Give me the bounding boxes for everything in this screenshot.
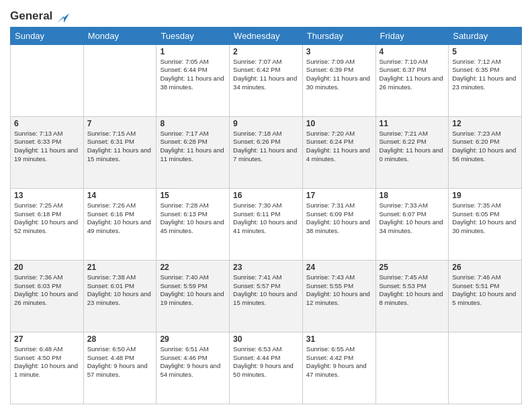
week-row-2: 13Sunrise: 7:25 AM Sunset: 6:18 PM Dayli… xyxy=(11,188,522,260)
day-number: 2 xyxy=(233,47,299,56)
day-number: 26 xyxy=(452,263,518,272)
calendar-cell: 7Sunrise: 7:15 AM Sunset: 6:31 PM Daylig… xyxy=(83,116,157,188)
day-info: Sunrise: 7:25 AM Sunset: 6:18 PM Dayligh… xyxy=(14,201,80,236)
day-number: 19 xyxy=(452,191,518,200)
calendar-cell: 26Sunrise: 7:46 AM Sunset: 5:51 PM Dayli… xyxy=(449,260,522,332)
logo-bird-icon xyxy=(57,8,69,23)
day-number: 20 xyxy=(14,263,80,272)
calendar-cell: 27Sunrise: 6:48 AM Sunset: 4:50 PM Dayli… xyxy=(11,332,84,404)
logo: General xyxy=(10,9,69,21)
day-info: Sunrise: 6:55 AM Sunset: 4:42 PM Dayligh… xyxy=(306,345,372,379)
calendar-cell: 15Sunrise: 7:28 AM Sunset: 6:13 PM Dayli… xyxy=(157,188,230,260)
day-info: Sunrise: 7:45 AM Sunset: 5:53 PM Dayligh… xyxy=(380,273,445,308)
day-number: 13 xyxy=(14,191,80,200)
day-number: 4 xyxy=(380,47,445,56)
calendar-table: SundayMondayTuesdayWednesdayThursdayFrid… xyxy=(10,27,522,404)
day-info: Sunrise: 7:28 AM Sunset: 6:13 PM Dayligh… xyxy=(160,201,226,236)
day-number: 9 xyxy=(233,119,299,128)
day-number: 14 xyxy=(87,191,153,200)
day-number: 8 xyxy=(160,119,226,128)
calendar-cell xyxy=(375,332,449,404)
weekday-header-monday: Monday xyxy=(83,27,157,44)
day-info: Sunrise: 6:51 AM Sunset: 4:46 PM Dayligh… xyxy=(160,345,226,379)
day-number: 29 xyxy=(160,334,226,344)
calendar-cell: 18Sunrise: 7:33 AM Sunset: 6:07 PM Dayli… xyxy=(375,188,449,260)
day-info: Sunrise: 7:15 AM Sunset: 6:31 PM Dayligh… xyxy=(87,130,153,164)
day-number: 3 xyxy=(306,47,372,56)
calendar-cell: 14Sunrise: 7:26 AM Sunset: 6:16 PM Dayli… xyxy=(83,188,157,260)
day-info: Sunrise: 7:17 AM Sunset: 6:28 PM Dayligh… xyxy=(160,130,226,164)
day-number: 22 xyxy=(160,263,226,272)
calendar-cell: 17Sunrise: 7:31 AM Sunset: 6:09 PM Dayli… xyxy=(302,188,375,260)
day-number: 24 xyxy=(306,263,372,272)
calendar-cell: 4Sunrise: 7:10 AM Sunset: 6:37 PM Daylig… xyxy=(375,44,449,116)
calendar-cell: 8Sunrise: 7:17 AM Sunset: 6:28 PM Daylig… xyxy=(157,116,230,188)
calendar-cell: 22Sunrise: 7:40 AM Sunset: 5:59 PM Dayli… xyxy=(157,260,230,332)
calendar-cell: 5Sunrise: 7:12 AM Sunset: 6:35 PM Daylig… xyxy=(449,44,522,116)
day-info: Sunrise: 7:41 AM Sunset: 5:57 PM Dayligh… xyxy=(233,273,299,308)
day-number: 17 xyxy=(306,191,372,200)
day-number: 10 xyxy=(306,119,372,128)
day-info: Sunrise: 7:33 AM Sunset: 6:07 PM Dayligh… xyxy=(380,201,445,236)
day-number: 21 xyxy=(87,263,153,272)
day-info: Sunrise: 7:26 AM Sunset: 6:16 PM Dayligh… xyxy=(87,201,153,236)
day-info: Sunrise: 7:18 AM Sunset: 6:26 PM Dayligh… xyxy=(233,130,299,164)
day-number: 28 xyxy=(87,334,153,344)
day-info: Sunrise: 7:46 AM Sunset: 5:51 PM Dayligh… xyxy=(452,273,518,308)
day-number: 12 xyxy=(452,119,518,128)
day-number: 30 xyxy=(233,334,299,344)
day-info: Sunrise: 7:43 AM Sunset: 5:55 PM Dayligh… xyxy=(306,273,372,308)
day-info: Sunrise: 7:40 AM Sunset: 5:59 PM Dayligh… xyxy=(160,273,226,308)
day-info: Sunrise: 6:53 AM Sunset: 4:44 PM Dayligh… xyxy=(233,345,299,379)
calendar-cell: 3Sunrise: 7:09 AM Sunset: 6:39 PM Daylig… xyxy=(302,44,375,116)
weekday-header-sunday: Sunday xyxy=(11,27,84,44)
day-info: Sunrise: 7:05 AM Sunset: 6:44 PM Dayligh… xyxy=(160,58,226,92)
calendar-cell xyxy=(449,332,522,404)
calendar-cell: 9Sunrise: 7:18 AM Sunset: 6:26 PM Daylig… xyxy=(230,116,303,188)
day-info: Sunrise: 6:48 AM Sunset: 4:50 PM Dayligh… xyxy=(14,345,80,379)
day-info: Sunrise: 7:12 AM Sunset: 6:35 PM Dayligh… xyxy=(452,58,518,92)
day-info: Sunrise: 7:36 AM Sunset: 6:03 PM Dayligh… xyxy=(14,273,80,308)
calendar-cell: 11Sunrise: 7:21 AM Sunset: 6:22 PM Dayli… xyxy=(375,116,449,188)
calendar-cell: 30Sunrise: 6:53 AM Sunset: 4:44 PM Dayli… xyxy=(230,332,303,404)
day-info: Sunrise: 7:09 AM Sunset: 6:39 PM Dayligh… xyxy=(306,58,372,92)
day-number: 27 xyxy=(14,334,80,344)
day-number: 7 xyxy=(87,119,153,128)
day-number: 25 xyxy=(380,263,445,272)
day-info: Sunrise: 7:10 AM Sunset: 6:37 PM Dayligh… xyxy=(380,58,445,92)
week-row-4: 27Sunrise: 6:48 AM Sunset: 4:50 PM Dayli… xyxy=(11,332,522,404)
day-info: Sunrise: 7:35 AM Sunset: 6:05 PM Dayligh… xyxy=(452,201,518,236)
weekday-header-tuesday: Tuesday xyxy=(157,27,230,44)
day-number: 15 xyxy=(160,191,226,200)
calendar-cell xyxy=(11,44,84,116)
calendar-cell: 10Sunrise: 7:20 AM Sunset: 6:24 PM Dayli… xyxy=(302,116,375,188)
calendar-cell: 31Sunrise: 6:55 AM Sunset: 4:42 PM Dayli… xyxy=(302,332,375,404)
calendar-cell: 24Sunrise: 7:43 AM Sunset: 5:55 PM Dayli… xyxy=(302,260,375,332)
svg-marker-0 xyxy=(57,13,69,23)
calendar-cell: 16Sunrise: 7:30 AM Sunset: 6:11 PM Dayli… xyxy=(230,188,303,260)
weekday-header-wednesday: Wednesday xyxy=(230,27,303,44)
day-info: Sunrise: 6:50 AM Sunset: 4:48 PM Dayligh… xyxy=(87,345,153,379)
logo-general: General xyxy=(10,9,52,22)
weekday-header-friday: Friday xyxy=(375,27,449,44)
day-number: 5 xyxy=(452,47,518,56)
calendar-cell: 25Sunrise: 7:45 AM Sunset: 5:53 PM Dayli… xyxy=(375,260,449,332)
day-number: 6 xyxy=(14,119,80,128)
calendar-cell: 21Sunrise: 7:38 AM Sunset: 6:01 PM Dayli… xyxy=(83,260,157,332)
day-info: Sunrise: 7:30 AM Sunset: 6:11 PM Dayligh… xyxy=(233,201,299,236)
weekday-header-row: SundayMondayTuesdayWednesdayThursdayFrid… xyxy=(11,27,522,44)
calendar-cell: 6Sunrise: 7:13 AM Sunset: 6:33 PM Daylig… xyxy=(11,116,84,188)
calendar-cell: 20Sunrise: 7:36 AM Sunset: 6:03 PM Dayli… xyxy=(11,260,84,332)
day-info: Sunrise: 7:20 AM Sunset: 6:24 PM Dayligh… xyxy=(306,130,372,164)
calendar-cell xyxy=(83,44,157,116)
calendar-cell: 12Sunrise: 7:23 AM Sunset: 6:20 PM Dayli… xyxy=(449,116,522,188)
header: General xyxy=(10,7,522,21)
calendar-cell: 29Sunrise: 6:51 AM Sunset: 4:46 PM Dayli… xyxy=(157,332,230,404)
calendar-cell: 28Sunrise: 6:50 AM Sunset: 4:48 PM Dayli… xyxy=(83,332,157,404)
week-row-0: 1Sunrise: 7:05 AM Sunset: 6:44 PM Daylig… xyxy=(11,44,522,116)
calendar-cell: 23Sunrise: 7:41 AM Sunset: 5:57 PM Dayli… xyxy=(230,260,303,332)
day-info: Sunrise: 7:13 AM Sunset: 6:33 PM Dayligh… xyxy=(14,130,80,164)
day-number: 11 xyxy=(380,119,445,128)
calendar-cell: 1Sunrise: 7:05 AM Sunset: 6:44 PM Daylig… xyxy=(157,44,230,116)
day-info: Sunrise: 7:31 AM Sunset: 6:09 PM Dayligh… xyxy=(306,201,372,236)
